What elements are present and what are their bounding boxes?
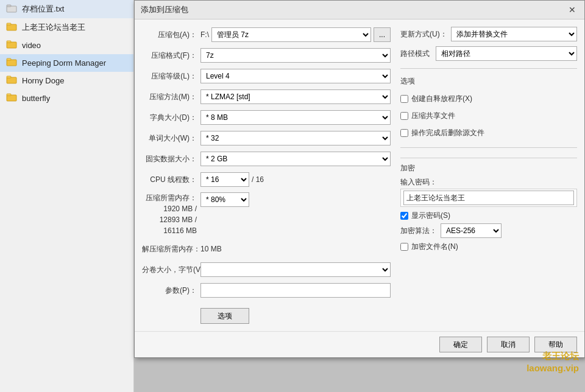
checkbox-delete-label: 操作完成后删除源文件 [411,128,484,138]
checkbox-delete[interactable] [400,129,408,137]
svg-rect-4 [7,42,16,48]
checkbox-selfextract-label: 创建自释放程序(X) [411,94,472,104]
svg-rect-2 [7,24,16,30]
cpu-field: * 16 / 16 [200,172,391,187]
mem-decompress-row: 解压缩所需内存： 10 MB [142,241,391,257]
path-mode-row: 路径模式 相对路径 [400,46,577,61]
dialog-body: 压缩包(A)： F:\ 管理员 7z ... 压缩格式(F)： 7z [135,19,584,331]
svg-rect-10 [7,95,16,101]
show-password-row: 显示密码(S) [400,211,577,221]
cpu-total: / 16 [252,175,264,184]
sidebar-item-label: Horny Doge [22,76,64,85]
sidebar-item-peeping[interactable]: Peeping Dorm Manager [0,54,133,72]
word-row: 单词大小(W)： * 32 [142,130,391,146]
solid-label: 固实数据大小： [142,154,197,164]
confirm-button[interactable]: 确定 [439,337,482,352]
mem-compress-label: 压缩所需内存： [146,194,197,202]
level-label: 压缩等级(L)： [142,71,197,82]
archive-label: 压缩包(A)： [142,30,197,40]
update-label: 更新方式(U)： [400,29,447,40]
params-label: 参数(P)： [142,285,197,296]
show-password-checkbox[interactable] [400,212,408,220]
sidebar-item-label: Peeping Dorm Manager [22,58,106,68]
algo-label: 加密算法： [400,226,437,236]
dict-select[interactable]: * 8 MB [200,110,391,125]
format-label: 压缩格式(F)： [142,51,197,61]
sidebar: 存档位置.txt 上老王论坛当老王 video Peeping Dorm Man… [0,0,134,392]
sidebar-item-label: butterfly [22,94,50,103]
svg-rect-7 [7,58,11,60]
show-password-label: 显示密码(S) [411,211,450,221]
sidebar-item-archives-txt[interactable]: 存档位置.txt [0,0,133,18]
main-content: 添加到压缩包 ✕ 压缩包(A)： F:\ 管理员 7z ... [134,0,585,392]
path-mode-label: 路径模式 [400,49,430,59]
checkbox-delete-row: 操作完成后删除源文件 [400,128,577,138]
word-select[interactable]: * 32 [200,131,391,145]
archive-path-select[interactable]: 管理员 7z [211,27,371,42]
encrypt-title: 加密 [400,163,577,173]
watermark-line2: laowang.vip [526,362,579,374]
dialog-footer: 确定 取消 帮助 [135,331,584,357]
folder-icon [6,93,17,103]
encrypt-section: 加密 输入密码： 显示密码(S) 加密算法： AES-256 [400,158,577,254]
format-row: 压缩格式(F)： 7z [142,47,391,63]
mem-decompress-label: 解压缩所需内存： [142,244,197,254]
checkbox-shared[interactable] [400,112,408,120]
params-input[interactable] [200,283,391,298]
solid-select[interactable]: * 2 GB [200,152,391,166]
algo-select[interactable]: AES-256 [441,223,502,238]
format-select[interactable]: 7z [200,48,391,63]
dialog-left: 压缩包(A)： F:\ 管理员 7z ... 压缩格式(F)： 7z [142,27,391,324]
svg-rect-9 [7,76,11,78]
sidebar-item-label: video [22,41,41,50]
cpu-row: CPU 线程数： * 16 / 16 [142,172,391,187]
sidebar-item-horny[interactable]: Horny Doge [0,72,133,89]
path-mode-select[interactable]: 相对路径 [436,46,577,61]
password-wrapper [400,189,577,207]
params-row: 参数(P)： [142,282,391,298]
checkbox-shared-label: 压缩共享文件 [411,111,455,121]
browse-button[interactable]: ... [374,27,391,42]
word-field: * 32 [200,131,391,145]
dialog-right: 更新方式(U)： 添加并替换文件 路径模式 相对路径 选项 [400,27,577,324]
sidebar-item-video[interactable]: video [0,37,133,54]
mem-pct-col: * 80% [200,192,249,207]
archive-path-text: F:\ [200,30,209,39]
svg-rect-0 [7,6,16,12]
cancel-button[interactable]: 取消 [487,337,530,352]
sidebar-item-laowang[interactable]: 上老王论坛当老王 [0,18,133,37]
close-button[interactable]: ✕ [566,5,578,15]
checkbox-selfextract[interactable] [400,95,408,103]
dict-field: * 8 MB [200,110,391,125]
update-row: 更新方式(U)： 添加并替换文件 [400,27,577,41]
cpu-label: CPU 线程数： [142,175,197,185]
cpu-select[interactable]: * 16 [200,172,249,187]
update-select[interactable]: 添加并替换文件 [451,27,577,41]
dict-row: 字典大小(D)： * 8 MB [142,110,391,125]
encrypt-filename-checkbox[interactable] [400,243,408,251]
svg-rect-5 [7,41,11,43]
svg-rect-8 [7,77,16,83]
mem-compress-label-col: 压缩所需内存： 1920 MB / 12893 MB / 16116 MB [142,192,197,236]
method-select[interactable]: * LZMA2 [std] [200,89,391,104]
word-label: 单词大小(W)： [142,133,197,144]
split-select[interactable] [200,262,391,277]
mem-pct-select[interactable]: * 80% [200,192,249,207]
split-label: 分卷大小，字节(V)： [142,265,197,275]
password-input[interactable] [403,191,574,205]
dict-label: 字典大小(D)： [142,113,197,123]
svg-rect-3 [7,23,11,25]
folder-icon [6,40,17,51]
sidebar-item-label: 上老王论坛当老王 [22,22,85,33]
divider-1 [400,68,577,69]
solid-field: * 2 GB [200,152,391,166]
split-row: 分卷大小，字节(V)： [142,262,391,278]
svg-rect-6 [7,60,16,66]
watermark-line1: 老王论坛 [526,350,579,362]
options-button[interactable]: 选项 [200,308,249,324]
level-select[interactable]: Level 4 [200,69,391,83]
sidebar-item-butterfly[interactable]: butterfly [0,89,133,107]
method-field: * LZMA2 [std] [200,89,391,104]
watermark: 老王论坛 laowang.vip [526,350,579,374]
level-row: 压缩等级(L)： Level 4 [142,68,391,84]
